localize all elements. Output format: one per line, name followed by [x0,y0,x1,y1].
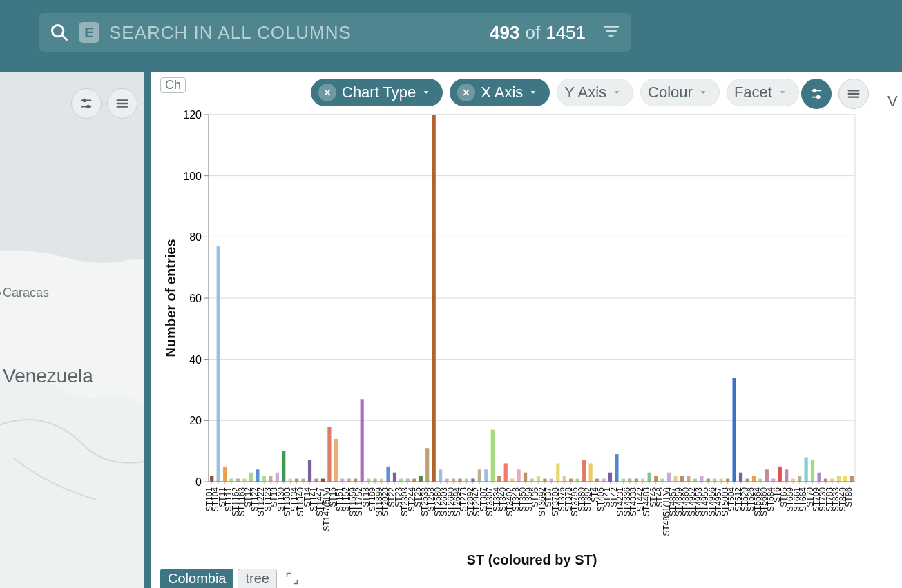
bar [295,479,298,482]
chip-facet[interactable]: Facet [727,79,799,106]
bar [785,469,788,482]
search-placeholder: SEARCH IN ALL COLUMNS [109,22,352,43]
expand-icon[interactable] [285,571,299,585]
svg-point-18 [813,90,816,92]
main-area: Caracas Venezuela Ch Chart Type X Axis Y… [0,72,902,588]
bar [824,479,827,482]
bar [399,479,403,482]
svg-point-7 [83,99,86,102]
right-pane-letter: V [887,92,898,110]
bar [223,467,227,482]
bar [843,476,847,482]
chip-y-axis[interactable]: Y Axis [557,79,633,106]
chip-colour[interactable]: Colour [640,79,720,106]
bar [563,476,566,482]
bar [301,479,305,482]
bar [210,476,213,482]
bar [425,448,429,482]
tab-tree[interactable]: tree [238,569,276,588]
bar [432,115,436,482]
chip-chart-type[interactable]: Chart Type [311,79,443,106]
map-country-label: Venezuela [3,365,93,387]
filter-icon[interactable] [602,22,620,43]
search-box[interactable]: E SEARCH IN ALL COLUMNS 493 of 1451 [39,13,631,52]
bar [588,463,592,482]
bar [817,473,821,482]
bar [771,479,775,482]
svg-text:Number of entries: Number of entries [163,239,178,357]
svg-text:20: 20 [189,415,202,427]
chart-pane: Ch Chart Type X Axis Y Axis Colour Fa [151,72,883,588]
svg-point-9 [87,106,90,108]
bar [393,473,396,482]
svg-text:0: 0 [195,476,202,488]
bar [732,378,736,482]
bar [530,479,533,482]
bar [517,469,520,482]
bar [745,479,749,482]
map-settings-button[interactable] [71,88,102,119]
bar [491,430,495,482]
bar [569,479,573,482]
bar [758,479,762,482]
bar [276,473,279,482]
bar [242,479,246,482]
bar [262,476,266,482]
map-pane[interactable]: Caracas Venezuela [0,72,144,588]
bar [380,479,383,482]
bar [269,476,272,482]
bar [327,427,331,482]
bar [249,473,253,482]
bar [308,460,311,482]
bar [373,479,376,482]
bar [289,479,292,482]
bar [458,479,461,482]
bar [752,476,756,482]
bar [811,460,814,482]
bar [550,479,553,482]
map-menu-button[interactable] [107,88,137,119]
chart-area: 020406080100120Number of entriesST101ST1… [160,108,862,571]
bar [576,479,579,482]
bar [321,479,325,482]
bar [791,479,795,482]
bar [635,479,638,482]
bar [537,476,540,482]
bar [667,473,671,482]
pane-divider[interactable] [144,72,151,588]
bar [556,463,559,482]
bar [347,479,351,482]
e-badge: E [79,22,99,43]
bar [628,479,631,482]
bar [386,467,390,482]
bar [693,479,697,482]
bar [412,479,416,482]
close-icon[interactable] [457,84,475,101]
svg-text:40: 40 [189,354,202,366]
bar [595,479,599,482]
bar [236,479,240,482]
truncated-tag: Ch [160,77,186,93]
bar [654,476,658,482]
bar [510,479,514,482]
chart-settings-button[interactable] [801,79,832,109]
close-icon[interactable] [318,84,336,101]
bar [798,476,801,482]
svg-line-1 [62,35,67,40]
bar [478,469,481,482]
bar [622,479,625,482]
tab-colombia[interactable]: Colombia [160,569,233,588]
chart-menu-button[interactable] [838,79,869,109]
bar [720,479,723,482]
search-icon [50,23,69,42]
chip-x-axis[interactable]: X Axis [450,79,550,106]
right-collapsed-pane[interactable]: V [883,72,902,588]
svg-text:120: 120 [183,109,202,121]
bar [804,458,807,482]
bar [778,467,782,482]
svg-text:80: 80 [189,231,202,243]
bar [680,476,684,482]
bar [367,479,370,482]
bar [452,479,455,482]
bar [419,476,423,482]
